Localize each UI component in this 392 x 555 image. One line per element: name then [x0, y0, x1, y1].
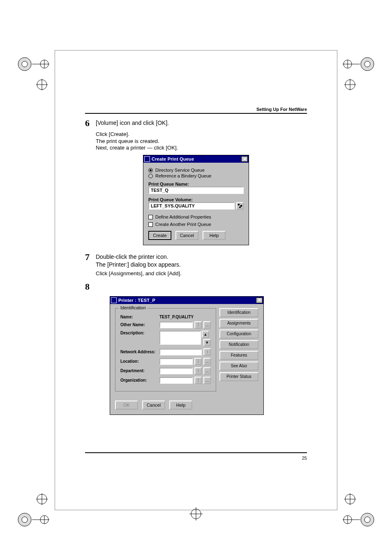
radio-label: Directory Service Queue — [155, 168, 205, 173]
label-description: Description: — [120, 331, 159, 335]
dialog-icon — [144, 156, 150, 162]
scroll-up-icon[interactable]: ▲ — [202, 331, 209, 338]
dialog-printer-properties: Printer : TEST_P ✕ Identification Name:T… — [110, 296, 264, 415]
stepper-icon[interactable]: ⋮ — [203, 348, 211, 356]
radio-directory-service[interactable]: Directory Service Queue — [148, 168, 244, 173]
side-tabs: Identification Assignments Configuration… — [219, 308, 258, 391]
value-name: TEST_P.QUALITY — [159, 315, 211, 319]
step-8: 8 — [85, 281, 307, 293]
label-location: Location: — [120, 359, 159, 364]
label-network-address: Network Address: — [120, 350, 159, 354]
close-button[interactable]: ✕ — [241, 156, 248, 162]
radio-bindery[interactable]: Reference a Bindery Queue — [148, 173, 244, 178]
tab-printer-status[interactable]: Printer Status — [219, 372, 258, 381]
browse-button[interactable]: … — [203, 377, 211, 384]
dialog-create-print-queue: Create Print Queue ✕ Directory Service Q… — [143, 155, 249, 245]
input-description[interactable] — [159, 331, 201, 345]
svg-point-1 — [22, 61, 28, 67]
regmark-icon — [16, 492, 53, 529]
stepper-icon[interactable]: ⋮ — [194, 377, 202, 384]
svg-point-25 — [364, 517, 370, 523]
checkbox-another-queue[interactable]: Create Another Print Queue — [148, 222, 244, 227]
titlebar[interactable]: Printer : TEST_P ✕ — [110, 297, 263, 304]
label-department: Department: — [120, 368, 159, 373]
tab-notification[interactable]: Notification — [219, 340, 258, 349]
stepper-icon[interactable]: ⋮ — [194, 367, 202, 375]
regmark-icon — [16, 55, 53, 92]
step-text: Double-click the printer icon. The [Prin… — [96, 251, 307, 269]
step-number: 8 — [85, 281, 96, 293]
rule — [85, 113, 307, 114]
checkbox-label: Define Additional Properties — [155, 214, 211, 219]
titlebar[interactable]: Create Print Queue ✕ — [143, 155, 249, 163]
svg-rect-35 — [238, 204, 240, 205]
step-7: 7 Double-click the printer icon. The [Pr… — [85, 251, 307, 269]
running-title: Setting Up For NetWare — [85, 107, 307, 112]
tree-icon — [238, 204, 242, 208]
browse-volume-button[interactable] — [236, 202, 244, 210]
input-department[interactable] — [159, 368, 193, 374]
dialog-icon — [111, 297, 117, 303]
stepper-icon[interactable]: ⋮ — [194, 321, 202, 329]
label-organization: Organization: — [120, 378, 159, 382]
step-text: [Volume] icon and click [OK]. — [96, 117, 307, 129]
page-number: 25 — [302, 456, 307, 461]
tab-identification[interactable]: Identification — [219, 308, 258, 317]
close-icon: ✕ — [243, 157, 247, 162]
regmark-icon — [339, 55, 376, 92]
tab-see-also[interactable]: See Also — [219, 362, 258, 371]
tab-features[interactable]: Features — [219, 351, 258, 360]
step-number: 6 — [85, 117, 96, 129]
help-button[interactable]: Help — [169, 401, 192, 410]
stepper-icon[interactable]: ⋮ — [194, 358, 202, 365]
tab-assignments[interactable]: Assignments — [219, 319, 258, 328]
input-queue-volume[interactable]: LEFT_SYS.QUALITY — [148, 202, 235, 210]
label-other-name: Other Name: — [120, 322, 159, 327]
svg-rect-36 — [240, 205, 242, 207]
checkbox-additional-props[interactable]: Define Additional Properties — [148, 214, 244, 219]
dialog-title: Printer : TEST_P — [117, 298, 256, 303]
close-icon: ✕ — [258, 297, 261, 303]
regmark-icon — [188, 506, 204, 522]
label-queue-volume: Print Queue Volume: — [148, 197, 244, 202]
browse-button[interactable]: … — [203, 358, 211, 365]
step-6-sub: Click [Create]. The print queue is creat… — [96, 131, 307, 152]
label-name: Name: — [120, 315, 159, 319]
regmark-icon — [339, 492, 376, 529]
input-network-address[interactable] — [159, 349, 202, 355]
browse-button[interactable]: … — [203, 367, 211, 375]
browse-button[interactable]: … — [203, 321, 211, 329]
create-button[interactable]: Create — [148, 231, 171, 240]
cancel-button[interactable]: Cancel — [175, 231, 198, 240]
tab-configuration[interactable]: Configuration — [219, 329, 258, 339]
input-other-name[interactable] — [159, 322, 193, 328]
input-queue-name[interactable]: TEST_Q — [148, 187, 244, 194]
step-7-sub: Click [Assignments], and click [Add]. — [96, 270, 307, 277]
dialog-title: Create Print Queue — [150, 157, 241, 161]
group-title: Identification — [119, 305, 148, 310]
step-6: 6 [Volume] icon and click [OK]. — [85, 117, 307, 129]
radio-label: Reference a Bindery Queue — [155, 173, 211, 178]
label-queue-name: Print Queue Name: — [148, 182, 244, 187]
step-number: 7 — [85, 251, 96, 269]
help-button[interactable]: Help — [203, 231, 226, 240]
svg-rect-37 — [239, 207, 241, 208]
input-organization[interactable] — [159, 377, 193, 384]
input-location[interactable] — [159, 358, 193, 365]
svg-point-9 — [364, 61, 370, 67]
scroll-down-icon[interactable]: ▼ — [203, 339, 211, 346]
ok-button[interactable]: OK — [115, 401, 138, 410]
svg-point-17 — [22, 517, 28, 523]
checkbox-label: Create Another Print Queue — [155, 222, 211, 227]
close-button[interactable]: ✕ — [256, 297, 263, 303]
group-identification: Identification Name:TEST_P.QUALITY Other… — [115, 308, 216, 391]
cancel-button[interactable]: Cancel — [142, 401, 165, 410]
page-footer: 25 — [85, 452, 307, 461]
